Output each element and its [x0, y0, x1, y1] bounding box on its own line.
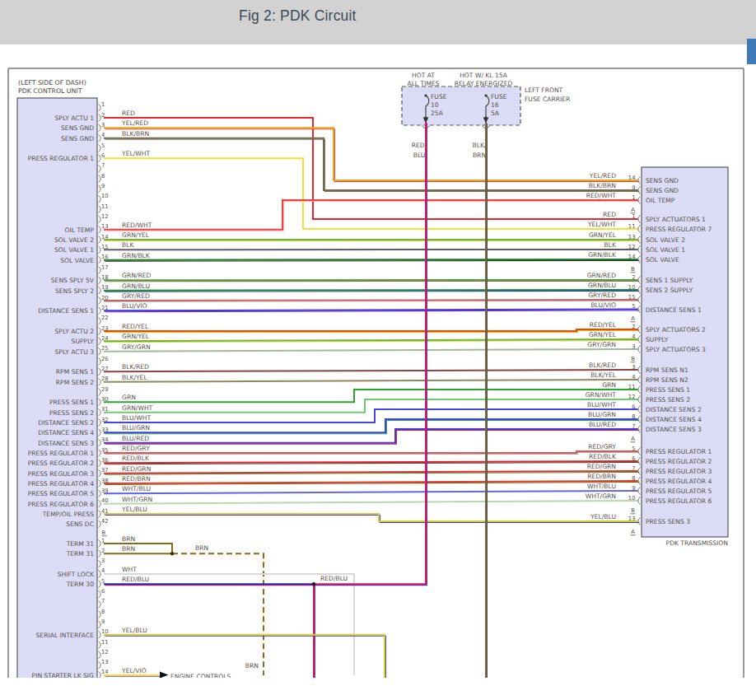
- wire-GRY/RED: [104, 300, 638, 301]
- pin-number: 11: [101, 203, 109, 210]
- pin-number: 22: [101, 315, 109, 321]
- pin-number: 23: [101, 325, 109, 332]
- fuse-number: 10: [431, 101, 439, 109]
- splice-junction-dot: [312, 582, 315, 586]
- pin-socket-icon: [99, 145, 101, 152]
- pin-function-label: DISTANCE SENS 1: [38, 307, 94, 315]
- wire-color-label: RED: [603, 211, 616, 218]
- wire-color-label: RED/GRY: [588, 443, 616, 450]
- pin-number: 17: [101, 264, 109, 271]
- pin-socket-icon: [99, 581, 101, 588]
- pin-number: 37: [101, 467, 109, 474]
- pin-number: 2: [632, 324, 635, 330]
- wire-BLK/BRN: [104, 138, 638, 190]
- wire-color-label: BLU/RED: [122, 435, 149, 442]
- pin-function-label: PRESS SENS 2: [49, 409, 94, 417]
- pin-socket-icon: [99, 287, 101, 294]
- pin-socket-icon: [638, 468, 641, 475]
- wire-GRN: [104, 390, 638, 402]
- pin-number: 26: [101, 356, 109, 362]
- pin-function-label: DISTANCE SENS 4: [38, 429, 94, 436]
- connector-section-letter: A: [631, 529, 635, 535]
- pin-function-label: DISTANCE SENS 1: [646, 306, 702, 314]
- wire-color-label: GRN/BLU: [588, 282, 616, 289]
- wire-color-label: GRY/RED: [588, 292, 616, 299]
- connector-section-letter: B: [102, 530, 106, 536]
- pin-function-label: PRESS REGULATOR 1: [28, 450, 95, 457]
- wire-color-label: BLU/WHT: [122, 414, 151, 422]
- pin-function-label: PRESS REGULATOR 5: [646, 488, 712, 495]
- wire-BRN: [104, 544, 172, 553]
- pin-function-label: PRESS REGULATOR 6: [28, 501, 95, 508]
- wire-RED/WHT: [104, 200, 638, 230]
- pin-number: 24: [101, 335, 109, 342]
- pin-socket-icon: [99, 124, 101, 132]
- pin-function-label: SENS GND: [61, 135, 94, 142]
- pin-socket-icon: [638, 236, 641, 244]
- pin-socket-icon: [638, 246, 641, 254]
- pin-socket-icon: [638, 416, 641, 423]
- wire-color-label: RED: [122, 110, 135, 117]
- pin-number: 6: [632, 455, 635, 462]
- wire-color-label: WHT/GRN: [586, 492, 616, 500]
- wire-color-label: RED/BRN: [122, 475, 151, 483]
- connector-section-letter: B: [631, 507, 635, 514]
- pin-number: 25: [101, 345, 109, 352]
- pin-number: 27: [101, 366, 109, 372]
- pin-function-label: TERM 30: [66, 581, 95, 588]
- pin-function-label: PRESS SENS 1: [49, 399, 94, 406]
- wire-color-label: YEL/BLU: [121, 627, 147, 634]
- pin-socket-icon: [99, 195, 101, 203]
- pin-socket-icon: [638, 478, 641, 485]
- pin-function-label: PRESS SENS 2: [646, 396, 690, 404]
- pin-socket-icon: [99, 570, 101, 577]
- pin-socket-icon: [99, 297, 101, 305]
- pin-socket-icon: [99, 540, 101, 548]
- pin-socket-icon: [638, 216, 641, 223]
- pin-function-label: SPLY ACTUATORS 2: [646, 326, 706, 334]
- wire-color-label: GRN/YEL: [589, 331, 617, 338]
- wire-color-label: YEL/WHT: [587, 221, 616, 228]
- pin-number: 9: [101, 618, 105, 625]
- fuse-wire-color: BRN: [473, 152, 486, 159]
- wire-color-label: GRN/YEL: [589, 231, 617, 239]
- wire-color-label: WHT/GRN: [122, 496, 152, 503]
- fuse-header: ALL TIMES: [407, 80, 439, 87]
- pin-number: 35: [101, 447, 109, 454]
- wire-color-label: RED/BRN: [587, 473, 616, 480]
- pin-function-label: SHIFT LOCK: [58, 571, 95, 578]
- wire-color-label: YEL/VIO: [121, 667, 147, 674]
- pin-function-label: SPLY ACTUATORS 1: [646, 216, 706, 223]
- pin-number: 41: [101, 508, 109, 515]
- fuse-amps: 5A: [491, 110, 500, 117]
- pin-socket-icon: [99, 389, 101, 396]
- pin-socket-icon: [638, 346, 641, 353]
- pin-number: 7: [101, 162, 105, 169]
- pin-number: 39: [101, 488, 109, 494]
- pin-number: 5: [632, 446, 635, 452]
- pin-socket-icon: [99, 267, 101, 274]
- pin-socket-icon: [638, 488, 641, 495]
- pin-function-label: PIN STARTER LK SIG: [32, 672, 95, 679]
- pin-number: 5: [101, 142, 105, 149]
- wire-color-label: GRY/GRN: [587, 341, 616, 348]
- wire-color-label: GRN/RED: [587, 272, 616, 279]
- engine-controls-link-label: ENGINE CONTROLS: [170, 673, 231, 680]
- pin-number: 28: [101, 376, 109, 382]
- pin-number: 13: [101, 659, 109, 665]
- wire-stripe-YEL/BLU: [105, 636, 385, 679]
- pin-socket-icon: [99, 358, 101, 366]
- wire-YEL/RED: [104, 128, 638, 180]
- wire-color-label: RED/GRN: [587, 463, 616, 470]
- pin-socket-icon: [99, 206, 101, 213]
- pin-function-label: SPLY ACTU 3: [55, 348, 95, 356]
- pin-function-label: PRESS SENS 3: [646, 518, 690, 525]
- pin-function-label: DISTANCE SENS 2: [38, 419, 94, 427]
- pdk-circuit-wiring-diagram: (LEFT SIDE OF DASH)PDK CONTROL UNITHOT A…: [0, 0, 756, 700]
- pin-socket-icon: [99, 165, 101, 172]
- fuse-carrier-label: FUSE CARRIER: [525, 96, 571, 103]
- pin-number: 21: [101, 305, 109, 311]
- pin-socket-icon: [638, 426, 641, 433]
- pin-function-label: SENS GND: [61, 124, 94, 132]
- pin-socket-icon: [638, 187, 641, 194]
